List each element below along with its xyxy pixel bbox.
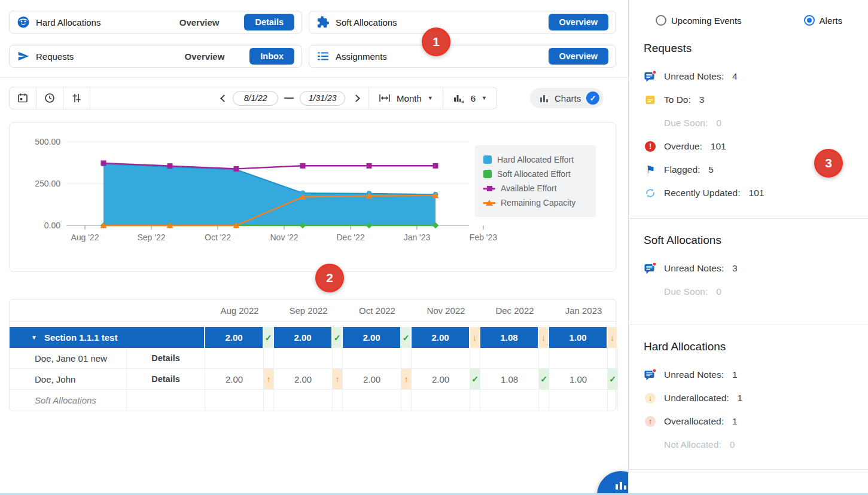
prev-period-chevron[interactable]	[220, 94, 228, 102]
flag-icon: ⚑	[645, 164, 655, 175]
legend-item: Hard Allocated Effort	[483, 152, 587, 167]
grid-column-header: Dec 2022	[480, 305, 549, 316]
calendar-button[interactable]	[10, 87, 36, 109]
card-title: Hard Allocations	[36, 17, 100, 28]
status-check-icon: ✓	[470, 369, 480, 389]
list-icon	[316, 50, 330, 63]
refresh-icon	[644, 187, 656, 199]
card-title: Soft Allocations	[336, 17, 397, 28]
status-check-icon: ✓	[608, 369, 618, 389]
alert-label: Unread Notes:	[664, 71, 724, 82]
next-period-chevron[interactable]	[352, 94, 360, 102]
clock-icon	[44, 92, 56, 104]
card-requests-button[interactable]: Inbox	[249, 48, 294, 65]
svg-text:250.00: 250.00	[35, 179, 60, 188]
header-divider	[0, 77, 628, 78]
alert-item[interactable]: Unread Notes: 3	[644, 256, 862, 280]
alert-value: 3	[732, 263, 738, 274]
sidebar-section-soft-allocations: Soft Allocations Unread Notes: 3 Due Soo…	[644, 231, 862, 303]
alert-label: Flagged:	[664, 164, 700, 175]
alert-item[interactable]: Not Allocated: 0	[644, 433, 862, 456]
row-name: Doe, Jane 01 new	[10, 348, 127, 368]
status-up-icon: ↑	[333, 369, 343, 389]
end-date-input[interactable]	[300, 91, 345, 106]
row-name: Soft Allocations	[10, 390, 127, 411]
grid-value-cell	[274, 348, 333, 368]
details-link[interactable]: Details	[127, 348, 205, 368]
grid-status-cell	[470, 348, 480, 368]
svg-text:Feb '23: Feb '23	[470, 233, 497, 242]
grid-status-cell	[608, 348, 618, 368]
legend-label: Soft Allocated Effort	[497, 169, 571, 179]
grid-value-cell	[480, 348, 539, 368]
status-down-icon: ↓	[470, 327, 480, 348]
alert-item[interactable]: ↑ Overallocated: 1	[644, 410, 862, 433]
chevron-down-icon: ▼	[482, 95, 487, 101]
radio-alerts[interactable]: Alerts	[804, 15, 842, 26]
legend-swatch	[483, 184, 495, 192]
grid-value-cell: 1.08	[480, 369, 539, 389]
alert-value: 101	[711, 141, 726, 152]
time-button[interactable]	[36, 87, 63, 109]
alert-label: Unread Notes:	[664, 369, 724, 380]
alert-item[interactable]: Unread Notes: 1	[644, 363, 862, 386]
svg-text:Sep '22: Sep '22	[137, 233, 165, 242]
legend-swatch	[483, 198, 495, 207]
legend-label: Available Effort	[501, 184, 557, 193]
status-check-icon: ✓	[264, 327, 274, 348]
alert-item[interactable]: Recently Updated: 101	[644, 181, 862, 204]
grid-value-cell: 2.00	[412, 369, 470, 389]
svg-text:#: #	[461, 99, 464, 104]
grid-status-cell	[333, 348, 343, 368]
grid-status-cell	[539, 390, 549, 411]
card-overview-link[interactable]: Overview	[185, 51, 225, 62]
card-soft-allocations-button[interactable]: Overview	[549, 14, 609, 30]
svg-text:Oct '22: Oct '22	[205, 233, 231, 242]
alert-value: 0	[716, 118, 721, 129]
interval-dropdown[interactable]: Month ▼	[369, 87, 443, 109]
allocation-grid: Aug 2022Sep 2022Oct 2022Nov 2022Dec 2022…	[9, 299, 616, 411]
check-circle-icon: ✓	[586, 91, 599, 105]
grid-value-cell	[412, 390, 470, 411]
section-expander[interactable]: ▼ Section 1.1.1 test	[10, 327, 205, 348]
details-link[interactable]: Details	[127, 369, 205, 389]
alert-label: Due Soon:	[664, 118, 708, 129]
alert-value: 1	[732, 416, 738, 427]
alert-label: Overallocated:	[664, 416, 724, 427]
grid-value-cell: 2.00	[412, 327, 470, 348]
alert-item[interactable]: Due Soon: 0	[644, 280, 862, 303]
grid-status-cell	[333, 390, 343, 411]
alert-label: Recently Updated:	[664, 188, 741, 198]
start-date-input[interactable]	[233, 91, 278, 106]
charts-toggle[interactable]: Charts ✓	[530, 88, 604, 108]
legend-item: Remaining Capacity	[483, 195, 587, 210]
grid-value-cell: 2.00	[205, 369, 264, 389]
filter-settings-button[interactable]	[63, 87, 90, 109]
chart-bars-icon	[614, 479, 628, 491]
send-icon	[17, 50, 30, 63]
period-count-dropdown[interactable]: # 6 ▼	[443, 87, 497, 109]
status-down-icon: ↓	[608, 327, 618, 348]
bar-count-icon: #	[453, 93, 465, 103]
period-count-value: 6	[471, 93, 476, 103]
grid-person-row: Doe, John Details 2.00 ↑2.00 ↑2.00 ↑2.00…	[10, 369, 616, 390]
grid-value-cell: 1.00	[549, 327, 608, 348]
details-cell-empty	[127, 390, 205, 411]
card-overview-link[interactable]: Overview	[179, 17, 220, 28]
grid-status-cell	[608, 390, 618, 411]
sidebar-divider	[629, 325, 868, 325]
alert-item[interactable]: Due Soon: 0	[644, 111, 862, 135]
alert-item[interactable]: To Do: 3	[644, 88, 862, 111]
card-assignments: Assignments Overview	[309, 45, 616, 68]
alert-item[interactable]: ↓ Underallocated: 1	[644, 386, 862, 410]
alert-value: 0	[730, 439, 735, 450]
radio-upcoming-events[interactable]: Upcoming Events	[656, 15, 742, 26]
grid-status-cell	[264, 348, 274, 368]
card-assignments-button[interactable]: Overview	[549, 48, 609, 65]
puzzle-icon	[316, 16, 330, 29]
grid-status-cell	[401, 390, 412, 411]
card-hard-allocations-button[interactable]: Details	[244, 14, 294, 30]
alert-item[interactable]: Unread Notes: 4	[644, 65, 862, 88]
notes-icon	[644, 70, 657, 83]
sidebar-divider	[629, 218, 868, 219]
